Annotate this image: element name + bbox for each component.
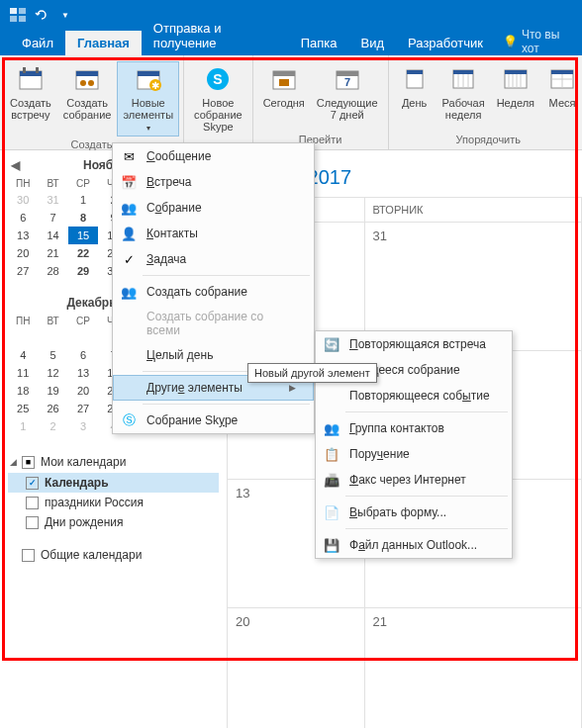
shared-calendars-group[interactable]: Общие календари: [8, 544, 219, 566]
tab-sendreceive[interactable]: Отправка и получение: [142, 16, 289, 55]
chevron-down-icon: ▾: [146, 124, 150, 133]
svg-rect-20: [279, 79, 289, 86]
calendar-item[interactable]: ✓ Календарь: [8, 473, 219, 493]
undo-icon[interactable]: [30, 3, 53, 27]
meeting-icon: 👥: [119, 284, 139, 300]
svg-rect-38: [551, 70, 573, 74]
group-icon: 👥: [322, 420, 341, 436]
svg-rect-13: [138, 71, 159, 76]
skype-meeting-button[interactable]: S Новое собрание Skype: [188, 61, 248, 143]
meeting-icon: 👥: [119, 200, 139, 216]
tell-me[interactable]: 💡Что вы хот: [495, 28, 582, 55]
svg-text:S: S: [214, 71, 223, 87]
svg-rect-9: [76, 71, 98, 76]
tab-bar: Файл Главная Отправка и получение Папка …: [0, 30, 582, 55]
skype-icon: S: [202, 63, 234, 95]
ribbon: Создать встречу Создать собрание ✱ Новые…: [0, 55, 582, 150]
calendar-icon: 📅: [119, 174, 139, 190]
week-icon: [500, 63, 532, 95]
day-icon: [399, 63, 431, 95]
day-button[interactable]: День: [393, 61, 436, 132]
ribbon-group-skype: S Новое собрание Skype: [184, 55, 253, 149]
tab-file[interactable]: Файл: [10, 31, 65, 55]
holidays-item[interactable]: праздники Россия: [8, 493, 219, 512]
menu-skype-meeting[interactable]: Ⓢ Собрание Skype: [113, 408, 314, 433]
month-button[interactable]: Меся: [540, 61, 582, 132]
checkbox[interactable]: [26, 516, 39, 529]
redo-dropdown-icon[interactable]: ▼: [53, 3, 77, 27]
new-appointment-button[interactable]: Создать встречу: [4, 61, 57, 136]
svg-text:✱: ✱: [151, 80, 159, 91]
svg-rect-6: [23, 67, 26, 73]
today-button[interactable]: Сегодня: [257, 61, 311, 132]
appointment-icon: [15, 63, 47, 95]
week-button[interactable]: Неделя: [491, 61, 540, 132]
birthdays-item[interactable]: Дни рождения: [8, 512, 219, 532]
tab-folder[interactable]: Папка: [289, 31, 349, 55]
tab-view[interactable]: Вид: [349, 31, 397, 55]
col-header: ВТОРНИК: [365, 198, 583, 222]
tab-home[interactable]: Главная: [65, 31, 142, 55]
outlook-icon[interactable]: [6, 3, 30, 27]
submenu-choose-form[interactable]: 📄 Выбрать форму...: [316, 500, 512, 525]
svg-point-10: [80, 80, 86, 86]
svg-rect-3: [19, 16, 26, 22]
tooltip: Новый другой элемент: [247, 363, 377, 383]
submenu-recurring-appointment[interactable]: 🔄 Повторяющаяся встреча: [316, 331, 512, 357]
meeting-icon: [71, 63, 103, 95]
menu-appointment[interactable]: 📅 Встреча: [113, 169, 314, 195]
recurring-icon: 🔄: [322, 336, 341, 352]
fax-icon: 📠: [322, 472, 341, 488]
today-icon: [268, 63, 300, 95]
submenu-contact-group[interactable]: 👥 Группа контактов: [316, 415, 512, 441]
svg-rect-1: [19, 8, 26, 14]
ribbon-group-create: Создать встречу Создать собрание ✱ Новые…: [0, 55, 184, 149]
contact-icon: 👤: [119, 226, 139, 241]
menu-task[interactable]: ✓ Задача: [113, 246, 314, 272]
menu-message[interactable]: ✉ Сообщение: [113, 143, 314, 169]
menu-meeting[interactable]: 👥 Собрание: [113, 195, 314, 221]
tab-developer[interactable]: Разработчик: [396, 31, 495, 55]
svg-rect-7: [36, 67, 39, 73]
calendar-tree: ◢ ■ Мои календари ✓ Календарь праздники …: [8, 451, 219, 566]
datafile-icon: 💾: [322, 537, 341, 553]
checkbox[interactable]: ■: [22, 456, 35, 469]
title-bar: ▼: [0, 0, 582, 30]
submenu-task-request[interactable]: 📋 Поручение: [316, 441, 512, 467]
my-calendars-group[interactable]: ◢ ■ Мои календари: [8, 451, 219, 473]
form-icon: 📄: [322, 504, 341, 520]
ribbon-group-arrange: День Рабочая неделя Неделя Меся Упорядоч…: [389, 55, 582, 149]
calendar-cell[interactable]: 21: [365, 608, 583, 728]
ribbon-group-goto: Сегодня 7 Следующие 7 дней Перейти: [253, 55, 389, 149]
prev-month-icon[interactable]: ◀: [8, 158, 22, 172]
svg-rect-27: [453, 70, 473, 74]
workweek-button[interactable]: Рабочая неделя: [436, 61, 491, 132]
menu-create-meeting-all: Создать собрание со всеми: [113, 305, 314, 342]
checkbox[interactable]: ✓: [26, 477, 39, 490]
checkbox[interactable]: [26, 497, 39, 509]
mail-icon: ✉: [119, 148, 139, 164]
task-icon: ✓: [119, 251, 139, 267]
menu-contact[interactable]: 👤 Контакты: [113, 221, 314, 246]
checkbox[interactable]: [22, 549, 35, 562]
menu-create-meeting[interactable]: 👥 Создать собрание: [113, 279, 314, 305]
submenu-data-file[interactable]: 💾 Файл данных Outlook...: [316, 532, 512, 558]
svg-point-11: [88, 80, 94, 86]
svg-text:7: 7: [344, 76, 350, 88]
expand-icon: ◢: [10, 457, 22, 467]
task-icon: 📋: [322, 446, 341, 462]
next7days-button[interactable]: 7 Следующие 7 дней: [311, 61, 384, 132]
month-icon: [546, 63, 578, 95]
chevron-right-icon: ▶: [289, 383, 296, 393]
new-items-button[interactable]: ✱ Новые элементы ▾: [117, 61, 179, 136]
svg-rect-19: [273, 71, 295, 76]
submenu-fax[interactable]: 📠 Факс через Интернет: [316, 467, 512, 493]
svg-rect-0: [10, 8, 17, 14]
new-items-icon: ✱: [133, 63, 164, 95]
bulb-icon: 💡: [503, 35, 518, 48]
calendar-cell[interactable]: 20: [228, 608, 365, 728]
new-items-menu: ✉ Сообщение 📅 Встреча 👥 Собрание 👤 Конта…: [112, 142, 315, 434]
submenu-recurring-event[interactable]: Повторяющееся событие: [316, 383, 512, 409]
7days-icon: 7: [332, 63, 363, 95]
new-meeting-button[interactable]: Создать собрание: [57, 61, 118, 136]
